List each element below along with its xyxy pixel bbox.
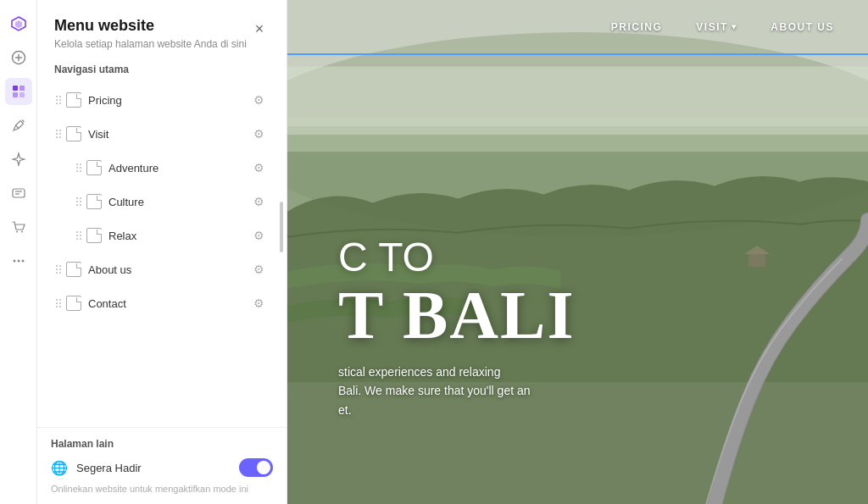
nav-link-about[interactable]: ABOUT US xyxy=(771,21,834,33)
toggle-switch[interactable] xyxy=(239,458,273,477)
item-label-relax: Relax xyxy=(108,230,249,242)
page-icon-contact xyxy=(66,296,81,311)
drag-handle-culture[interactable] xyxy=(76,197,81,206)
menu-item-pricing[interactable]: Pricing ⚙ xyxy=(51,84,273,116)
menu-panel-subtitle: Kelola setiap halaman website Anda di si… xyxy=(54,38,247,50)
drag-handle-relax[interactable] xyxy=(76,231,81,240)
sidebar-add-btn[interactable] xyxy=(5,44,32,71)
toggle-label: Segera Hadir xyxy=(76,462,231,474)
menu-panel: Menu website Kelola setiap halaman websi… xyxy=(37,0,287,504)
bottom-section-label: Halaman lain xyxy=(51,438,273,450)
nav-visit-arrow: ▾ xyxy=(732,22,737,31)
drag-handle-contact[interactable] xyxy=(56,299,61,307)
globe-icon: 🌐 xyxy=(51,460,68,476)
menu-item-about[interactable]: About us ⚙ xyxy=(51,253,273,285)
page-icon-pricing xyxy=(66,92,81,108)
bottom-note: Onlinekan website untuk mengaktifkan mod… xyxy=(51,484,273,494)
gear-button-adventure[interactable]: ⚙ xyxy=(249,158,268,177)
gear-button-about[interactable]: ⚙ xyxy=(249,260,268,279)
svg-rect-8 xyxy=(13,189,25,197)
item-label-culture: Culture xyxy=(108,196,249,208)
sidebar-logo-btn[interactable] xyxy=(5,10,32,37)
hero-text-line2: T BALI xyxy=(338,281,576,349)
svg-rect-20 xyxy=(287,118,868,152)
svg-rect-4 xyxy=(19,86,25,91)
preview-nav: PRICING VISIT ▾ ABOUT US xyxy=(287,0,868,55)
nav-link-pricing[interactable]: PRICING xyxy=(611,21,663,33)
drag-handle-pricing[interactable] xyxy=(56,96,61,104)
page-icon-culture xyxy=(86,194,102,209)
page-icon-visit xyxy=(66,126,81,141)
drag-handle-visit[interactable] xyxy=(56,130,61,138)
svg-point-12 xyxy=(21,231,23,233)
hero-desc-line2: Bali. We make sure that you'll get an xyxy=(338,384,531,397)
menu-item-contact[interactable]: Contact ⚙ xyxy=(51,287,273,319)
menu-panel-title: Menu website xyxy=(54,17,247,35)
drag-handle-adventure[interactable] xyxy=(76,163,81,172)
sub-items-container: Adventure ⚙ Culture ⚙ xyxy=(51,152,273,252)
svg-point-11 xyxy=(16,231,18,233)
hero-desc-line1: stical experiences and relaxing xyxy=(338,365,500,379)
menu-panel-header: Menu website Kelola setiap halaman websi… xyxy=(37,0,287,64)
hero-description: stical experiences and relaxing Bali. We… xyxy=(338,363,576,419)
menu-item-adventure[interactable]: Adventure ⚙ xyxy=(71,152,273,184)
page-icon-about xyxy=(66,262,81,277)
sidebar-more-btn[interactable] xyxy=(5,247,32,274)
sidebar-icons xyxy=(0,0,37,504)
item-label-contact: Contact xyxy=(88,297,249,310)
page-icon-adventure xyxy=(86,160,102,175)
gear-button-contact[interactable]: ⚙ xyxy=(249,294,268,313)
gear-button-visit[interactable]: ⚙ xyxy=(249,125,268,143)
drag-handle-about[interactable] xyxy=(56,265,61,274)
hero-desc-line3: et. xyxy=(338,403,352,417)
gear-button-pricing[interactable]: ⚙ xyxy=(249,91,268,109)
svg-point-14 xyxy=(17,260,19,263)
hero-text-line1: C TO xyxy=(338,237,576,278)
sidebar-cart-btn[interactable] xyxy=(5,213,32,241)
close-button[interactable]: × xyxy=(249,19,270,39)
menu-item-relax[interactable]: Relax ⚙ xyxy=(71,219,273,252)
toggle-row: 🌐 Segera Hadir xyxy=(51,458,273,477)
svg-rect-3 xyxy=(13,86,18,91)
hero-text: C TO T BALI stical experiences and relax… xyxy=(338,237,576,419)
scroll-indicator xyxy=(280,202,283,252)
gear-button-relax[interactable]: ⚙ xyxy=(249,226,268,245)
bottom-section: Halaman lain 🌐 Segera Hadir Onlinekan we… xyxy=(37,427,287,504)
svg-point-15 xyxy=(21,260,24,263)
menu-item-culture[interactable]: Culture ⚙ xyxy=(71,186,273,218)
svg-rect-6 xyxy=(19,92,25,97)
nav-link-visit[interactable]: VISIT ▾ xyxy=(696,21,737,33)
menu-panel-title-area: Menu website Kelola setiap halaman websi… xyxy=(54,17,247,50)
svg-rect-21 xyxy=(748,254,765,267)
sidebar-sparkle-btn[interactable] xyxy=(5,146,32,173)
gear-button-culture[interactable]: ⚙ xyxy=(249,192,268,211)
item-label-pricing: Pricing xyxy=(88,94,249,107)
sidebar-pages-btn[interactable] xyxy=(5,78,32,105)
menu-item-visit[interactable]: Visit ⚙ xyxy=(51,118,273,150)
sidebar-chat-btn[interactable] xyxy=(5,180,32,207)
svg-line-7 xyxy=(22,120,25,123)
item-label-about: About us xyxy=(88,263,249,276)
website-preview: PRICING VISIT ▾ ABOUT US C TO T BALI sti… xyxy=(287,0,868,504)
nav-section-label: Navigasi utama xyxy=(54,64,273,75)
svg-rect-5 xyxy=(13,92,18,97)
menu-panel-content: Navigasi utama Pricing ⚙ Visit ⚙ xyxy=(37,64,287,427)
svg-point-13 xyxy=(13,260,15,263)
item-label-visit: Visit xyxy=(88,128,249,141)
item-label-adventure: Adventure xyxy=(108,162,249,174)
page-icon-relax xyxy=(86,228,102,243)
nav-links: PRICING VISIT ▾ ABOUT US xyxy=(611,21,834,33)
sidebar-pen-btn[interactable] xyxy=(5,112,32,139)
